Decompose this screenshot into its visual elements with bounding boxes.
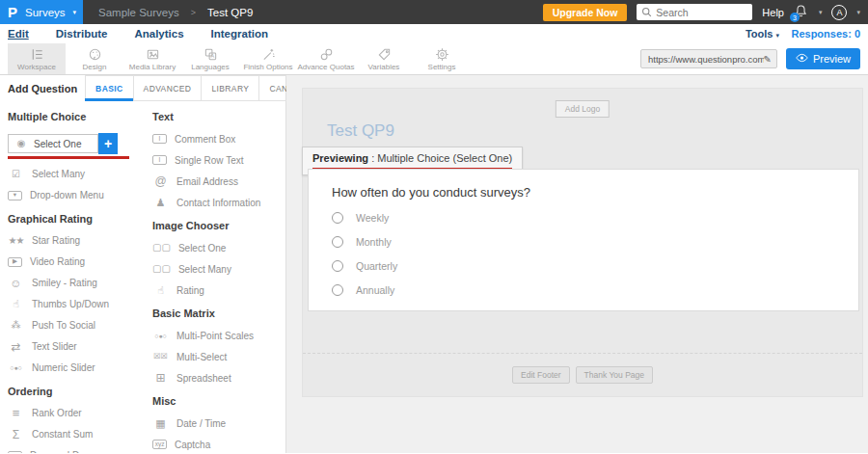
share-icon: ⁂ bbox=[8, 321, 24, 331]
comment-box-icon: I bbox=[152, 134, 167, 144]
links-icon bbox=[319, 47, 334, 62]
nav-item-edit[interactable]: Edit bbox=[8, 28, 29, 40]
nav-item-integration[interactable]: Integration bbox=[211, 28, 268, 40]
edit-footer-button[interactable]: Edit Footer bbox=[512, 366, 570, 384]
question-types-column-2: Text I Comment Box I Single Row Text @ E… bbox=[145, 109, 285, 453]
checkbox-stack-icon: ☑ bbox=[8, 170, 24, 179]
section-header-basic-matrix: Basic Matrix bbox=[152, 307, 285, 319]
tab-library[interactable]: LIBRARY bbox=[201, 75, 259, 101]
notifications-button[interactable]: 3 bbox=[794, 4, 809, 20]
radio-button-icon[interactable] bbox=[332, 236, 343, 248]
toolbar-item-workspace[interactable]: Workspace bbox=[8, 43, 66, 74]
question-type-single-row-text[interactable]: I Single Row Text bbox=[152, 154, 285, 166]
toolbar-item-languages[interactable]: A Languages bbox=[181, 43, 239, 74]
notifications-caret-icon: ▾ bbox=[819, 9, 823, 16]
thumb-rating-icon: ☝ bbox=[152, 285, 169, 296]
section-header-multiple-choice: Multiple Choice bbox=[8, 111, 145, 122]
tools-dropdown[interactable]: Tools ▾ bbox=[746, 28, 779, 40]
help-link[interactable]: Help bbox=[762, 7, 784, 18]
tab-advanced[interactable]: ADVANCED bbox=[133, 75, 203, 101]
question-text: How often do you conduct surveys? bbox=[332, 185, 858, 200]
add-select-one-button[interactable]: + bbox=[98, 133, 118, 154]
question-type-video-rating[interactable]: ▶ Video Rating bbox=[8, 256, 145, 268]
option-quarterly[interactable]: Quarterly bbox=[332, 260, 858, 272]
question-type-drag-and-drop[interactable]: ↖ Drag and Drop bbox=[8, 450, 145, 454]
question-type-thumbs-up-down[interactable]: ☝ Thumbs Up/Down bbox=[8, 299, 145, 310]
option-annually[interactable]: Annually bbox=[332, 284, 858, 296]
radio-button-icon[interactable] bbox=[332, 260, 343, 272]
topbar-actions: Upgrade Now Help 3 ▾ A ▾ bbox=[543, 0, 860, 24]
question-type-constant-sum[interactable]: Σ Constant Sum bbox=[8, 429, 145, 441]
multi-point-icon: ○●○ bbox=[152, 333, 169, 339]
smiley-icon: ☺ bbox=[8, 278, 24, 289]
select-one-highlight-underline bbox=[8, 156, 129, 159]
question-type-numeric-slider[interactable]: ○●○ Numeric Slider bbox=[8, 362, 145, 374]
toolbar-item-media-library[interactable]: Media Library bbox=[123, 43, 181, 74]
section-header-text: Text bbox=[152, 111, 285, 122]
nav-items: Edit Distribute Analytics Integration bbox=[8, 28, 268, 40]
radio-button-icon[interactable] bbox=[332, 212, 343, 224]
image-icon bbox=[146, 47, 160, 62]
survey-url-input[interactable] bbox=[648, 54, 764, 65]
question-type-image-select-one[interactable]: ▢▢ Select One bbox=[152, 242, 285, 254]
question-type-image-rating[interactable]: ☝ Rating bbox=[152, 284, 285, 296]
question-type-image-select-many[interactable]: ▢▢ Select Many bbox=[152, 263, 285, 275]
survey-title[interactable]: Test QP9 bbox=[327, 121, 394, 141]
video-icon: ▶ bbox=[8, 257, 22, 267]
toolbar-item-design[interactable]: Design bbox=[66, 43, 123, 74]
person-icon: ♟ bbox=[152, 198, 169, 208]
question-type-date-time[interactable]: ▦ Date / Time bbox=[152, 417, 285, 429]
question-type-text-slider[interactable]: ⇄ Text Slider bbox=[8, 341, 145, 353]
account-caret-icon: ▾ bbox=[856, 9, 860, 16]
eye-icon bbox=[796, 53, 808, 65]
surveys-product-menu[interactable]: P Surveys ▾ bbox=[0, 0, 83, 24]
add-logo-button[interactable]: Add Logo bbox=[556, 100, 610, 118]
surveys-menu-label: Surveys bbox=[25, 7, 66, 18]
question-type-comment-box[interactable]: I Comment Box bbox=[152, 133, 285, 145]
thank-you-page-button[interactable]: Thank You Page bbox=[576, 366, 653, 384]
numeric-slider-icon: ○●○ bbox=[8, 364, 24, 371]
tab-basic[interactable]: BASIC bbox=[85, 75, 133, 101]
chevron-down-icon: ▾ bbox=[73, 9, 77, 16]
option-monthly[interactable]: Monthly bbox=[332, 236, 858, 248]
toolbar-item-variables[interactable]: Variables bbox=[355, 43, 413, 74]
question-type-select-many[interactable]: ☑ Select Many bbox=[8, 169, 145, 180]
radio-button-icon[interactable] bbox=[332, 284, 343, 296]
add-question-title: Add Question bbox=[0, 75, 86, 101]
question-type-multi-select[interactable]: ☒☒ Multi-Select bbox=[152, 351, 285, 362]
responses-count[interactable]: Responses: 0 bbox=[791, 28, 860, 40]
nav-item-analytics[interactable]: Analytics bbox=[134, 28, 183, 40]
toolbar-item-settings[interactable]: Settings bbox=[413, 43, 471, 74]
stars-icon: ★★ bbox=[8, 236, 24, 246]
preview-button[interactable]: Preview bbox=[786, 48, 860, 69]
nav-item-distribute[interactable]: Distribute bbox=[56, 28, 108, 40]
question-type-star-rating[interactable]: ★★ Star Rating bbox=[8, 235, 145, 247]
question-type-select-one[interactable]: ◉ Select One bbox=[8, 134, 98, 153]
breadcrumb-parent[interactable]: Sample Surveys bbox=[98, 7, 179, 18]
global-search[interactable] bbox=[637, 4, 752, 20]
avatar[interactable]: A bbox=[831, 5, 847, 20]
notification-badge: 3 bbox=[790, 13, 800, 22]
sigma-icon: Σ bbox=[8, 429, 24, 441]
question-type-spreadsheet[interactable]: ⊞ Spreadsheet bbox=[152, 372, 285, 384]
toolbar-item-finish-options[interactable]: Finish Options bbox=[239, 43, 297, 74]
question-type-smiley-rating[interactable]: ☺ Smiley - Rating bbox=[8, 278, 145, 289]
question-preview-card: How often do you conduct surveys? Weekly… bbox=[308, 169, 859, 311]
question-type-multi-point-scales[interactable]: ○●○ Multi-Point Scales bbox=[152, 330, 285, 341]
question-type-rank-order[interactable]: ≡ Rank Order bbox=[8, 408, 145, 419]
captcha-icon: xyz bbox=[152, 440, 167, 449]
upgrade-now-button[interactable]: Upgrade Now bbox=[543, 4, 628, 21]
toolbar-item-advance-quotas[interactable]: Advance Quotas bbox=[297, 43, 355, 74]
edit-url-pencil-icon[interactable]: ✎ bbox=[764, 54, 772, 65]
question-types: Multiple Choice ◉ Select One + ☑ Select … bbox=[0, 101, 285, 453]
search-input[interactable] bbox=[656, 7, 747, 18]
question-type-email-address[interactable]: @ Email Address bbox=[152, 175, 285, 187]
question-type-dropdown-menu[interactable]: ▾ Drop-down Menu bbox=[8, 190, 145, 201]
question-type-contact-information[interactable]: ♟ Contact Information bbox=[152, 197, 285, 208]
survey-url-field: ✎ bbox=[640, 49, 777, 68]
add-question-header: Add Question BASIC ADVANCED LIBRARY CANV… bbox=[0, 75, 285, 101]
option-weekly[interactable]: Weekly bbox=[332, 212, 858, 224]
question-type-captcha[interactable]: xyz Captcha bbox=[152, 439, 285, 450]
question-type-push-to-social[interactable]: ⁂ Push To Social bbox=[8, 320, 145, 332]
previewing-label: Previewing bbox=[312, 152, 368, 164]
